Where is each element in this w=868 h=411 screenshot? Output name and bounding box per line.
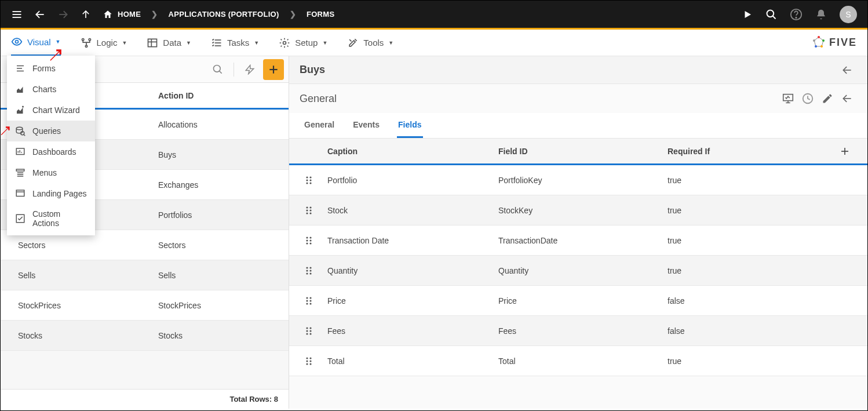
monitor-icon[interactable] — [778, 89, 798, 108]
svg-point-77 — [306, 270, 308, 271]
svg-point-70 — [309, 237, 311, 238]
svg-point-86 — [309, 303, 311, 304]
right-subheader: General — [289, 84, 867, 113]
search-icon[interactable] — [765, 9, 777, 20]
back-arrow-button[interactable] — [837, 60, 857, 80]
svg-point-44 — [214, 65, 221, 72]
svg-point-72 — [309, 239, 311, 241]
menu-visual-label: Visual — [27, 37, 51, 47]
svg-point-22 — [822, 39, 825, 42]
dropdown-queries[interactable]: Queries — [7, 121, 95, 141]
svg-point-62 — [309, 182, 311, 184]
col-action-id: Action ID — [158, 91, 194, 100]
forward-icon — [57, 9, 69, 20]
dropdown-charts[interactable]: Charts — [7, 79, 95, 100]
menu-setup-label: Setup — [295, 38, 318, 48]
back-icon[interactable] — [34, 9, 46, 20]
queries-icon — [15, 126, 25, 136]
edit-icon[interactable] — [818, 89, 837, 108]
menu-tasks[interactable]: Tasks▼ — [211, 37, 259, 49]
chevron-right-icon: ❯ — [151, 10, 158, 19]
svg-point-61 — [306, 182, 308, 184]
table-row[interactable]: Transaction DateTransactionDatetrue — [289, 225, 867, 256]
table-row[interactable]: TotalTotaltrue — [289, 346, 867, 376]
add-field-button[interactable] — [840, 146, 857, 157]
history-icon[interactable] — [798, 89, 818, 108]
topbar: HOME ❯ APPLICATIONS (PORTFOLIO) ❯ FORMS … — [1, 1, 867, 30]
svg-point-23 — [820, 45, 823, 48]
bell-icon[interactable] — [815, 9, 827, 20]
triangle-down-icon: ▼ — [322, 40, 327, 46]
drag-icon[interactable] — [305, 326, 327, 336]
back-arrow-button[interactable] — [837, 89, 857, 108]
table-row[interactable]: QuantityQuantitytrue — [289, 256, 867, 286]
menu-data[interactable]: Data▼ — [147, 37, 191, 49]
dropdown-menus[interactable]: Menus — [7, 162, 95, 183]
svg-point-66 — [309, 209, 311, 211]
brand-logo: FIVE — [812, 36, 857, 50]
svg-point-21 — [818, 36, 820, 38]
svg-point-12 — [89, 38, 90, 40]
svg-point-29 — [22, 106, 24, 108]
table-row[interactable]: FeesFeesfalse — [289, 316, 867, 346]
menu-setup[interactable]: Setup▼ — [279, 37, 327, 49]
dropdown-dashboards[interactable]: Dashboards — [7, 141, 95, 162]
dropdown-chartwizard[interactable]: Chart Wizard — [7, 100, 95, 121]
custom-icon — [15, 213, 25, 224]
svg-point-78 — [309, 270, 311, 271]
tab-general[interactable]: General — [303, 113, 335, 138]
table-row[interactable]: PricePricefalse — [289, 286, 867, 316]
visual-dropdown: Forms Charts Chart Wizard Queries Dashbo… — [7, 56, 95, 235]
breadcrumb-home[interactable]: HOME — [103, 9, 141, 20]
svg-rect-50 — [783, 94, 793, 101]
svg-point-81 — [306, 297, 308, 299]
tab-fields[interactable]: Fields — [397, 113, 422, 138]
table-row[interactable]: StocksStocks — [1, 321, 289, 351]
drag-icon[interactable] — [305, 296, 327, 305]
dropdown-landing[interactable]: Landing Pages — [7, 183, 95, 204]
svg-line-32 — [24, 134, 25, 136]
svg-point-30 — [16, 127, 23, 130]
forms-icon — [15, 63, 25, 74]
breadcrumb-applications[interactable]: APPLICATIONS (PORTFOLIO) — [169, 10, 279, 19]
table-row[interactable]: PortfolioPortfolioKeytrue — [289, 165, 867, 195]
menu-tools-label: Tools — [363, 38, 384, 48]
svg-point-6 — [767, 10, 774, 17]
drag-icon[interactable] — [305, 176, 327, 185]
avatar[interactable]: S — [840, 6, 857, 23]
add-button[interactable] — [263, 59, 284, 80]
menu-icon[interactable] — [11, 9, 23, 20]
svg-point-25 — [813, 39, 815, 42]
drag-icon[interactable] — [305, 236, 327, 245]
svg-point-10 — [16, 41, 19, 43]
svg-point-75 — [306, 267, 308, 268]
triangle-down-icon: ▼ — [56, 39, 61, 45]
search-button[interactable] — [208, 60, 228, 79]
menu-logic[interactable]: Logic▼ — [81, 37, 127, 49]
right-tabs: General Events Fields — [289, 113, 867, 139]
drag-icon[interactable] — [305, 266, 327, 275]
table-row[interactable]: SellsSells — [1, 260, 289, 290]
drag-icon[interactable] — [305, 357, 327, 366]
bolt-button[interactable] — [240, 60, 260, 79]
svg-point-87 — [306, 327, 308, 329]
col-caption: Caption — [327, 147, 498, 156]
breadcrumb-forms[interactable]: FORMS — [307, 10, 334, 19]
svg-point-24 — [815, 45, 817, 48]
table-row[interactable]: StockStockKeytrue — [289, 195, 867, 225]
dashboards-icon — [15, 147, 25, 157]
svg-point-83 — [306, 300, 308, 301]
tab-events[interactable]: Events — [352, 113, 381, 138]
menu-tools[interactable]: Tools▼ — [347, 37, 393, 49]
up-icon[interactable] — [81, 9, 91, 20]
drag-icon[interactable] — [305, 206, 327, 215]
col-fieldid: Field ID — [498, 147, 668, 156]
svg-point-71 — [306, 239, 308, 241]
chartwizard-icon — [15, 105, 25, 115]
triangle-down-icon: ▼ — [122, 40, 127, 46]
svg-point-94 — [309, 357, 311, 359]
help-icon[interactable] — [790, 8, 803, 21]
play-icon[interactable] — [742, 9, 753, 20]
dropdown-custom[interactable]: Custom Actions — [7, 204, 95, 233]
table-row[interactable]: StockPricesStockPrices — [1, 290, 289, 321]
